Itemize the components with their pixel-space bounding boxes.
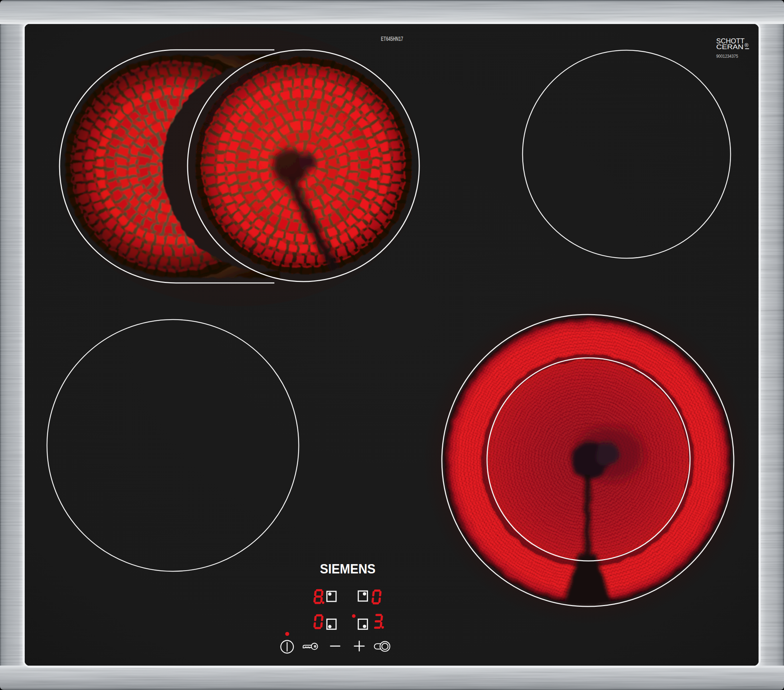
svg-text:ET645HN17: ET645HN17 bbox=[381, 36, 403, 42]
svg-text:SIEMENS: SIEMENS bbox=[320, 562, 376, 576]
svg-text:9001234375: 9001234375 bbox=[716, 54, 738, 59]
svg-text:®: ® bbox=[744, 42, 748, 48]
svg-text:CERAN: CERAN bbox=[716, 43, 743, 51]
